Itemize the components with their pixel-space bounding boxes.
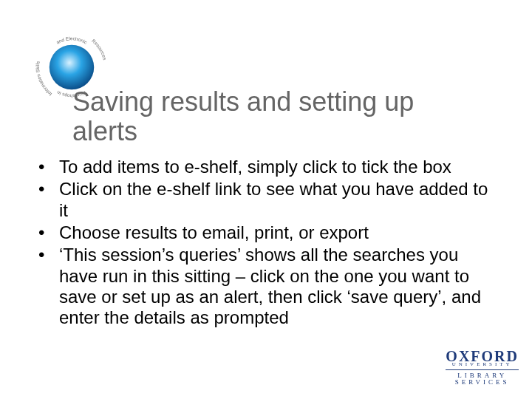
svg-text:Resources: Resources	[91, 38, 108, 61]
list-item: Click on the e-shelf link to see what yo…	[52, 179, 495, 221]
list-item: ‘This session’s queries’ shows all the s…	[52, 245, 495, 328]
logo-text-right: Resources	[91, 38, 108, 61]
footer-services: SERVICES	[446, 379, 519, 386]
list-item: To add items to e-shelf, simply click to…	[52, 157, 495, 177]
logo-text-top: and Electronic	[55, 35, 89, 45]
footer-university: UNIVERSITY	[446, 362, 519, 367]
svg-point-0	[50, 45, 95, 90]
list-item: Choose results to email, print, or expor…	[52, 222, 495, 243]
slide: and Electronic Resources Information Ski…	[0, 0, 532, 399]
bullet-list: To add items to e-shelf, simply click to…	[30, 157, 495, 330]
slide-title: Saving results and setting up alerts	[72, 87, 480, 146]
svg-text:and Electronic: and Electronic	[55, 35, 89, 45]
footer-divider	[446, 369, 519, 370]
oxford-library-services-logo: OXFORD UNIVERSITY LIBRARY SERVICES	[446, 349, 519, 386]
